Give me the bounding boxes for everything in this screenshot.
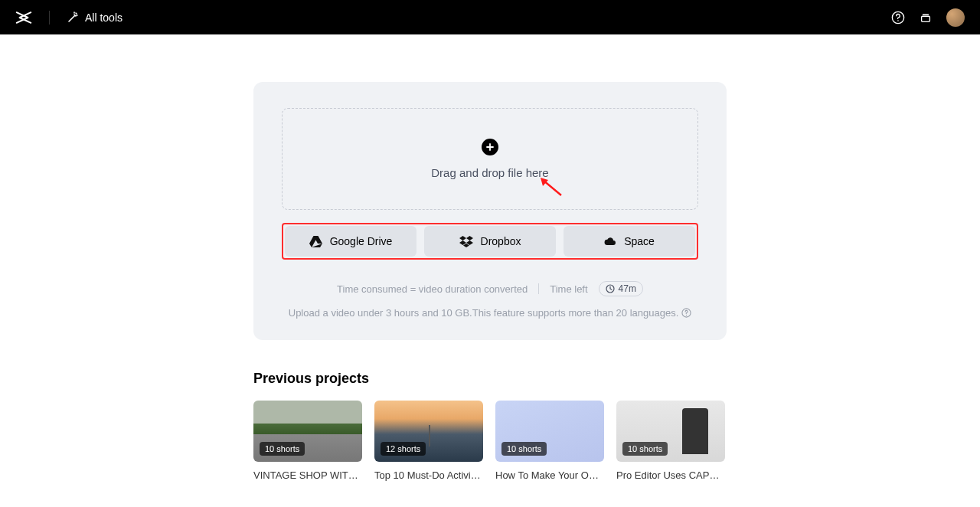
dropzone-text: Drag and drop file here [431, 166, 548, 179]
time-left-badge: 47m [599, 281, 643, 296]
divider [49, 11, 50, 25]
capcut-logo[interactable] [15, 11, 32, 25]
space-button[interactable]: Space [564, 226, 695, 257]
shorts-badge: 10 shorts [501, 442, 547, 456]
time-consumed-label: Time consumed = video duration converted [337, 283, 528, 295]
all-tools-label: All tools [85, 11, 122, 24]
project-card[interactable]: 10 shorts Pro Editor Uses CAPCU… [616, 401, 725, 481]
project-card[interactable]: 10 shorts How To Make Your Outfit… [495, 401, 604, 481]
info-icon[interactable] [681, 308, 691, 318]
all-tools-link[interactable]: All tools [67, 11, 122, 24]
google-drive-button[interactable]: Google Drive [285, 226, 416, 257]
help-icon[interactable] [891, 11, 905, 25]
shorts-badge: 12 shorts [381, 442, 426, 456]
info-divider [538, 283, 539, 294]
project-thumbnail: 10 shorts [495, 401, 604, 462]
dropbox-button[interactable]: Dropbox [424, 226, 556, 257]
dropzone[interactable]: Drag and drop file here [282, 108, 698, 210]
project-title: How To Make Your Outfit… [495, 469, 604, 481]
topbar-right [891, 8, 965, 27]
svg-point-5 [686, 315, 687, 316]
layers-icon[interactable] [919, 11, 933, 25]
svg-rect-2 [922, 16, 930, 21]
shorts-badge: 10 shorts [260, 442, 305, 456]
time-left-value: 47m [619, 283, 636, 294]
dropbox-label: Dropbox [481, 235, 521, 247]
projects-title: Previous projects [253, 371, 727, 387]
eiffel-silhouette [429, 425, 430, 446]
google-drive-label: Google Drive [330, 235, 393, 247]
main-container: Drag and drop file here Google Drive Dro… [253, 82, 727, 340]
upload-panel: Drag and drop file here Google Drive Dro… [253, 82, 727, 340]
project-card[interactable]: 12 shorts Top 10 Must-Do Activitie… [374, 401, 483, 481]
project-card[interactable]: 10 shorts VINTAGE SHOP WITH M… [253, 401, 362, 481]
source-row: Google Drive Dropbox Space [282, 223, 698, 260]
plus-icon [482, 139, 498, 155]
description-text: Upload a video under 3 hours and 10 GB.T… [289, 307, 679, 319]
cloud-icon [604, 236, 616, 247]
project-thumbnail: 10 shorts [616, 401, 725, 462]
previous-projects: Previous projects 10 shorts VINTAGE SHOP… [253, 371, 727, 481]
top-bar: All tools [0, 0, 980, 34]
project-thumbnail: 12 shorts [374, 401, 483, 462]
clock-icon [606, 284, 615, 293]
info-row: Time consumed = video duration converted… [282, 281, 698, 296]
shorts-badge: 10 shorts [622, 442, 668, 456]
description-row: Upload a video under 3 hours and 10 GB.T… [282, 307, 698, 319]
project-title: Top 10 Must-Do Activitie… [374, 469, 483, 481]
google-drive-icon [309, 236, 322, 247]
time-left-label: Time left [550, 283, 587, 295]
svg-point-1 [897, 20, 899, 21]
project-title: Pro Editor Uses CAPCU… [616, 469, 725, 481]
space-label: Space [624, 235, 655, 247]
dropbox-icon [459, 236, 473, 247]
project-title: VINTAGE SHOP WITH M… [253, 469, 362, 481]
annotation-arrow [538, 177, 564, 198]
magic-wand-icon [67, 11, 79, 24]
user-avatar[interactable] [946, 8, 965, 27]
project-thumbnail: 10 shorts [253, 401, 362, 462]
topbar-left: All tools [15, 11, 122, 25]
project-row: 10 shorts VINTAGE SHOP WITH M… 12 shorts… [253, 401, 727, 481]
